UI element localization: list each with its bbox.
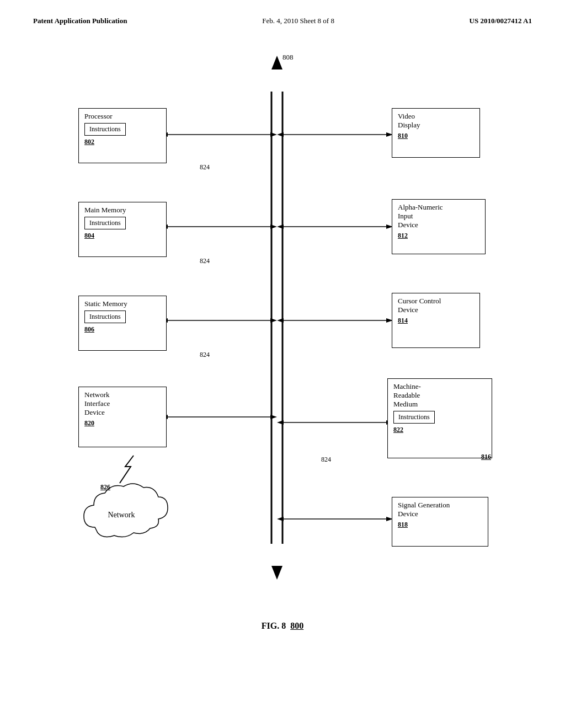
svg-marker-3 bbox=[271, 566, 282, 580]
main-memory-ref: 804 bbox=[84, 232, 94, 240]
video-display-ref: 810 bbox=[398, 132, 408, 140]
processor-box: Processor Instructions 802 bbox=[78, 108, 167, 163]
signal-generation-title: Signal Generation Device bbox=[398, 501, 450, 518]
figure-caption-area: FIG. 8 800 bbox=[33, 621, 532, 631]
figure-caption: FIG. 8 800 bbox=[262, 621, 303, 630]
svg-text:Network: Network bbox=[108, 511, 135, 519]
machine-readable-title: Machine- Readable Medium bbox=[393, 382, 421, 409]
label-824-4: 824 bbox=[321, 456, 331, 464]
diagram-area: 808 Processor Instructions 802 824 Main … bbox=[45, 36, 520, 615]
machine-readable-ref: 816 bbox=[481, 453, 491, 461]
main-memory-box: Main Memory Instructions 804 bbox=[78, 202, 167, 257]
page-header: Patent Application Publication Feb. 4, 2… bbox=[33, 17, 532, 25]
machine-readable-outer-box: Machine- Readable Medium Instructions 82… bbox=[387, 378, 492, 458]
svg-marker-23 bbox=[277, 318, 284, 323]
svg-marker-9 bbox=[270, 224, 277, 229]
svg-marker-15 bbox=[270, 415, 277, 419]
svg-marker-2 bbox=[271, 56, 282, 69]
svg-marker-6 bbox=[270, 132, 277, 137]
video-display-title: Video Display bbox=[398, 112, 420, 130]
alpha-numeric-title: Alpha-Numeric Input Device bbox=[398, 203, 443, 229]
cursor-control-title: Cursor Control Device bbox=[398, 297, 441, 314]
processor-instructions: Instructions bbox=[84, 123, 126, 136]
network-interface-ref: 820 bbox=[84, 419, 94, 427]
video-display-box: Video Display 810 bbox=[392, 108, 480, 158]
cursor-control-box: Cursor Control Device 814 bbox=[392, 293, 480, 348]
machine-readable-instructions: Instructions bbox=[393, 411, 435, 424]
main-memory-title: Main Memory bbox=[84, 206, 126, 215]
static-memory-box: Static Memory Instructions 806 bbox=[78, 296, 167, 351]
network-cloud: Network bbox=[73, 478, 172, 552]
header-center: Feb. 4, 2010 Sheet 8 of 8 bbox=[262, 17, 334, 25]
label-826: 826 bbox=[100, 483, 110, 491]
network-interface-box: Network Interface Device 820 bbox=[78, 387, 167, 447]
header-left: Patent Application Publication bbox=[33, 17, 127, 25]
svg-marker-26 bbox=[277, 420, 284, 425]
processor-title: Processor bbox=[84, 112, 113, 121]
signal-generation-ref: 818 bbox=[398, 521, 408, 529]
svg-marker-17 bbox=[277, 132, 284, 137]
bus-label-808: 808 bbox=[282, 53, 294, 62]
static-memory-ref: 806 bbox=[84, 325, 94, 334]
header-right: US 2010/0027412 A1 bbox=[470, 17, 532, 25]
label-824-1: 824 bbox=[200, 163, 210, 172]
main-memory-instructions: Instructions bbox=[84, 217, 126, 229]
svg-marker-12 bbox=[270, 318, 277, 323]
label-824-3: 824 bbox=[200, 351, 210, 359]
cursor-control-ref: 814 bbox=[398, 317, 408, 325]
alpha-numeric-ref: 812 bbox=[398, 232, 408, 240]
network-interface-title: Network Interface Device bbox=[84, 390, 110, 417]
processor-ref: 802 bbox=[84, 138, 94, 146]
signal-generation-box: Signal Generation Device 818 bbox=[392, 497, 488, 547]
alpha-numeric-box: Alpha-Numeric Input Device 812 bbox=[392, 199, 486, 254]
static-memory-instructions: Instructions bbox=[84, 311, 126, 323]
svg-marker-20 bbox=[277, 224, 284, 229]
static-memory-title: Static Memory bbox=[84, 299, 127, 308]
svg-marker-29 bbox=[277, 517, 284, 521]
label-824-2: 824 bbox=[200, 257, 210, 265]
machine-readable-inner-ref: 822 bbox=[393, 426, 403, 434]
